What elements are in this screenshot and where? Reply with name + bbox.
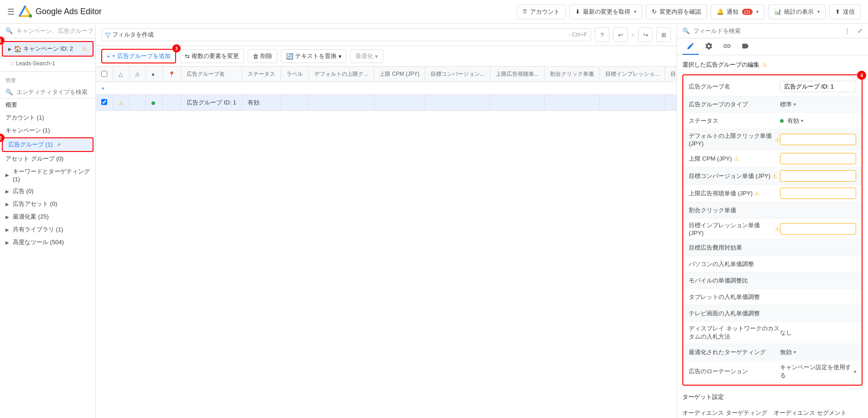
fetch-arrow-icon: ▾ bbox=[634, 9, 636, 14]
right-search-input[interactable] bbox=[693, 27, 841, 34]
delete-button[interactable]: 🗑 削除 bbox=[248, 49, 277, 63]
ad-rotation-value[interactable]: キャンペーン設定を使用する ▾ bbox=[780, 363, 856, 380]
help-button[interactable]: ? bbox=[595, 27, 609, 42]
row-target-cpa bbox=[425, 95, 490, 111]
max-cpv-input[interactable] bbox=[780, 188, 856, 199]
annotation-4: 4 bbox=[857, 71, 866, 80]
edit-icon: ⇆ bbox=[185, 53, 190, 60]
action-toolbar: + + 広告グループを追加 3 ⇆ 複数の要素を変更 🗑 削除 🔄 テキストを置… bbox=[96, 46, 676, 67]
tab-label[interactable] bbox=[737, 38, 754, 55]
status-label: ステータス bbox=[689, 117, 780, 125]
optimized-targeting-value[interactable]: 無効 ▾ bbox=[780, 348, 856, 356]
manage-search-input[interactable] bbox=[16, 89, 93, 95]
status-value[interactable]: 有効 ▾ bbox=[780, 117, 856, 125]
review-button[interactable]: ↻ 変更内容を確認 bbox=[646, 5, 707, 19]
campaign-label: キャンペーン ID: 2 bbox=[23, 45, 80, 53]
target-settings-section: ターゲット設定 オーディエンス ターゲティング オーディエンス セグメント bbox=[682, 393, 863, 418]
col-status: ● bbox=[146, 67, 163, 82]
expand-icon-6: ▶ bbox=[5, 240, 9, 245]
search-icon: 🔍 bbox=[5, 27, 13, 34]
main-layout: 🔍 ⋮ ▶ 🏠 キャンペーン ID: 2 ⚠ 1 □ Leads-Search-… bbox=[0, 24, 868, 418]
target-cpm-input[interactable] bbox=[780, 223, 856, 235]
sidebar-item-optimization[interactable]: ▶ 最適化案 (25) bbox=[0, 210, 95, 223]
campaign-warning-icon: ⚠ bbox=[82, 46, 87, 52]
sidebar-item-ads[interactable]: ▶ 広告 (0) bbox=[0, 185, 95, 198]
optimize-button[interactable]: 最適化 ▾ bbox=[350, 49, 383, 63]
left-sidebar: 🔍 ⋮ ▶ 🏠 キャンペーン ID: 2 ⚠ 1 □ Leads-Search-… bbox=[0, 24, 96, 418]
sidebar-item-keywords[interactable]: ▶ キーワードとターゲティング (1) bbox=[0, 165, 95, 185]
tab-link[interactable] bbox=[719, 38, 735, 55]
status-dropdown-icon: ▾ bbox=[801, 118, 803, 123]
account-button[interactable]: ⠿ アカウント bbox=[517, 5, 566, 19]
field-max-cpm: 上限 CPM (JPY) ⚠ bbox=[683, 150, 862, 167]
add-row[interactable]: + bbox=[96, 82, 676, 95]
type-dropdown-icon: ▾ bbox=[794, 102, 796, 107]
chart-icon: 📊 bbox=[774, 8, 781, 15]
audience-targeting-label: オーディエンス ターゲティング bbox=[682, 409, 774, 417]
sidebar-item-adgroup[interactable]: 広告グループ (1) ↗ bbox=[2, 137, 94, 152]
multi-edit-button[interactable]: ⇆ 複数の要素を変更 bbox=[180, 49, 244, 63]
field-target-cpa: 目標コンバージョン単価 (JPY) ⚠ bbox=[683, 167, 862, 185]
cpc-warning-icon: ⚠ bbox=[775, 136, 780, 143]
tab-settings[interactable] bbox=[701, 38, 717, 55]
manage-search-icon: 🔍 bbox=[5, 89, 13, 95]
row-name: 広告グループ ID: 1 bbox=[181, 95, 242, 111]
sidebar-item-overview[interactable]: 概要 bbox=[0, 99, 95, 111]
default-cpc-value bbox=[780, 134, 856, 145]
title-bar: ☰ Google Ads Editor ⠿ アカウント ⬇ 最新の変更を取得 ▾… bbox=[0, 0, 868, 24]
adgroup-name-input[interactable] bbox=[780, 81, 856, 92]
adgroup-name-value bbox=[780, 81, 856, 92]
filter-bar[interactable]: ▽ フィルタを作成 - Ctrl+F bbox=[101, 28, 591, 41]
replace-button[interactable]: 🔄 テキストを置換 ▾ bbox=[281, 49, 347, 63]
max-cpm-input[interactable] bbox=[780, 153, 856, 164]
select-all-checkbox[interactable] bbox=[101, 71, 107, 77]
add-adgroup-button[interactable]: + + 広告グループを追加 bbox=[101, 49, 176, 63]
download-icon: ⬇ bbox=[575, 8, 580, 15]
table-row[interactable]: ⚠ 広告グループ ID: 1 有効 bbox=[96, 95, 676, 111]
expand-icon-2: ▶ bbox=[5, 189, 9, 194]
col-target-cpm: 目標インプレッショ... bbox=[600, 67, 665, 82]
hamburger-menu-icon[interactable]: ☰ bbox=[7, 7, 15, 17]
notification-button[interactable]: 🔔 通知 (2) ▾ bbox=[711, 5, 764, 19]
campaign-sub-item[interactable]: □ Leads-Search-1 bbox=[0, 57, 95, 69]
col-status-text: ステータス bbox=[242, 67, 281, 82]
col-target-cpa: 目標コンバージョン... bbox=[425, 67, 490, 82]
target-cpa-value bbox=[780, 170, 856, 182]
redo-button[interactable]: ↪ bbox=[638, 27, 653, 42]
right-panel: 🔍 ⋮ ⤢ 選択した広告グループの編集 bbox=[676, 24, 868, 418]
field-optimized-targeting: 最適化されたターゲティング 無効 ▾ bbox=[683, 344, 862, 361]
manage-label: 管理 bbox=[0, 73, 95, 86]
layout-button[interactable]: ⊞ bbox=[656, 27, 671, 42]
plus-icon: + bbox=[107, 53, 110, 60]
sidebar-item-account[interactable]: アカウント (1) bbox=[0, 111, 95, 124]
tab-edit[interactable] bbox=[682, 38, 699, 55]
row-select-checkbox[interactable] bbox=[101, 99, 107, 105]
sidebar-search-input[interactable] bbox=[16, 27, 93, 34]
stats-button[interactable]: 📊 統計の表示 ▾ bbox=[768, 5, 826, 19]
sidebar-item-campaign[interactable]: キャンペーン (1) bbox=[0, 124, 95, 137]
app-title: Google Ads Editor bbox=[36, 7, 102, 16]
target-cpa-input[interactable] bbox=[780, 170, 856, 182]
field-adgroup-type: 広告グループのタイプ 標準 ▾ bbox=[683, 96, 862, 113]
center-content: ▽ フィルタを作成 - Ctrl+F ? ↩ ▾ ↪ ⊞ + + 広告グループを… bbox=[96, 24, 676, 418]
undo-button[interactable]: ↩ bbox=[613, 27, 628, 42]
right-more-icon[interactable]: ⋮ bbox=[844, 27, 850, 34]
data-table: △ ⚠ ● 📍 広告グループ名 ステータス ラベル デフォルトの上限ク... 上… bbox=[96, 67, 676, 111]
sidebar-item-advanced[interactable]: ▶ 高度なツール (504) bbox=[0, 236, 95, 249]
sidebar-item-asset-group[interactable]: アセット グループ (0) bbox=[0, 152, 95, 165]
send-button[interactable]: ⬆ 送信 bbox=[829, 5, 861, 19]
adgroup-type-value[interactable]: 標準 ▾ bbox=[780, 100, 856, 109]
sidebar-item-shared-library[interactable]: ▶ 共有ライブラリ (1) bbox=[0, 223, 95, 236]
ad-rotation-label: 広告のローテーション bbox=[689, 367, 780, 376]
filter-toolbar: ▽ フィルタを作成 - Ctrl+F ? ↩ ▾ ↪ ⊞ bbox=[96, 24, 676, 46]
fetch-button[interactable]: ⬇ 最新の変更を取得 ▾ bbox=[569, 5, 642, 19]
add-cell: + bbox=[96, 82, 676, 95]
right-panel-content: 選択した広告グループの編集 ⚠ 4 広告グループ名 bbox=[677, 55, 868, 418]
status-green-dot bbox=[151, 101, 155, 105]
google-ads-logo bbox=[18, 5, 32, 19]
panel-section-title: 選択した広告グループの編集 ⚠ bbox=[682, 61, 863, 69]
default-cpc-input[interactable] bbox=[780, 134, 856, 145]
right-expand-icon[interactable]: ⤢ bbox=[858, 27, 863, 34]
campaign-item[interactable]: ▶ 🏠 キャンペーン ID: 2 ⚠ 1 bbox=[2, 41, 94, 57]
sidebar-item-ad-assets[interactable]: ▶ 広告アセット (0) bbox=[0, 198, 95, 210]
